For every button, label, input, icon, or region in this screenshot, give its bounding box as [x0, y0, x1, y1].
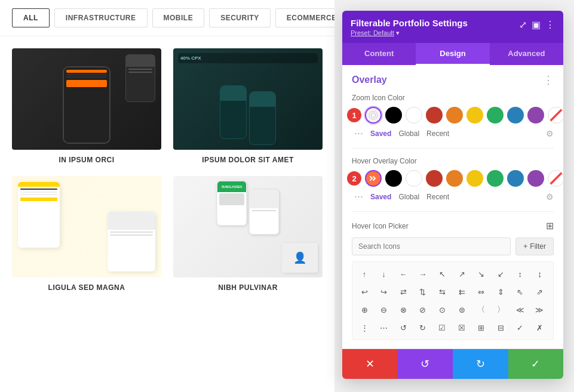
swatch-purple-zoom[interactable]	[527, 107, 544, 124]
swatch-blue-zoom[interactable]	[507, 107, 524, 124]
icon-return-r[interactable]: ↪	[376, 283, 392, 300]
icon-right[interactable]: →	[415, 266, 431, 282]
undo-icon: ↺	[420, 357, 429, 371]
swatch-red-zoom[interactable]	[426, 107, 443, 124]
icon-plus-box[interactable]: ⊞	[473, 319, 490, 336]
zoom-dots-icon[interactable]: ···	[354, 127, 363, 140]
filter-security[interactable]: SECURITY	[209, 8, 271, 27]
icon-picker-expand-icon[interactable]: ⊞	[546, 220, 554, 232]
hover-tab-recent[interactable]: Recent	[426, 193, 449, 201]
swatch-none-zoom[interactable]	[548, 107, 563, 124]
icon-angle-l[interactable]: 〈	[473, 301, 490, 318]
swatch-white-hover[interactable]	[406, 170, 422, 187]
filter-ecommerce[interactable]: ECOMMERCE	[275, 8, 334, 27]
swatch-none-hover[interactable]	[548, 170, 563, 187]
icon-return-l[interactable]: ↩	[356, 283, 373, 300]
icon-dot-circle[interactable]: ⊙	[434, 301, 450, 318]
swatch-white-zoom[interactable]	[406, 107, 422, 124]
icon-plus-circle[interactable]: ⊕	[356, 301, 373, 318]
hover-dots-icon[interactable]: ···	[354, 190, 363, 203]
icon-dbl-angle-l[interactable]: ≪	[512, 301, 529, 318]
icon-se[interactable]: ↘	[473, 266, 490, 282]
icon-x-box[interactable]: ☒	[453, 319, 470, 336]
redo-icon: ↻	[476, 357, 485, 371]
swatch-yellow-hover[interactable]	[466, 170, 483, 187]
icon-lr-double[interactable]: ⇔	[473, 283, 490, 300]
icon-nw[interactable]: ↖	[434, 266, 450, 282]
icon-check-box[interactable]: ☑	[434, 319, 450, 336]
icon-lr2[interactable]: ↨	[531, 266, 548, 282]
footer-close-button[interactable]: ✕	[342, 349, 398, 379]
hover-color-selected[interactable]	[365, 170, 382, 187]
filter-all[interactable]: ALL	[12, 8, 50, 27]
swatch-orange-hover[interactable]	[446, 170, 463, 187]
swatch-black-zoom[interactable]	[385, 107, 402, 124]
icon-swap[interactable]: ⇆	[434, 283, 450, 300]
zoom-tab-gear[interactable]: ⚙	[546, 129, 554, 138]
collapse-icon[interactable]: ▣	[532, 19, 541, 30]
icon-double-l[interactable]: ⇇	[453, 283, 470, 300]
swatch-blue-hover[interactable]	[507, 170, 524, 187]
swatch-yellow-zoom[interactable]	[466, 107, 483, 124]
portfolio-thumb-2[interactable]: 40% CPX	[173, 48, 323, 150]
swatch-green-hover[interactable]	[487, 170, 504, 187]
more-icon[interactable]: ⋮	[545, 19, 555, 30]
swatch-black-hover[interactable]	[385, 170, 402, 187]
filter-infrastructure[interactable]: INFRASTRUCTURE	[54, 8, 148, 27]
icon-down[interactable]: ↓	[376, 266, 392, 282]
icon-picker-header: Hover Icon Picker ⊞	[352, 220, 554, 232]
icon-slash-circle[interactable]: ⊘	[415, 301, 431, 318]
icon-angle-r[interactable]: 〉	[492, 301, 509, 318]
icon-ne2[interactable]: ⇗	[531, 283, 548, 300]
icon-left[interactable]: ←	[395, 266, 412, 282]
icon-vert-dots[interactable]: ⋮	[356, 319, 373, 336]
footer-confirm-button[interactable]: ✓	[508, 349, 564, 379]
swatch-red-hover[interactable]	[426, 170, 443, 187]
tab-content[interactable]: Content	[342, 43, 416, 65]
swatch-orange-zoom[interactable]	[446, 107, 463, 124]
icon-cw[interactable]: ↻	[415, 319, 431, 336]
icon-up[interactable]: ↑	[356, 266, 373, 282]
icon-dbl-angle-r[interactable]: ≫	[531, 301, 548, 318]
zoom-tab-saved[interactable]: Saved	[370, 129, 391, 138]
panel-tabs: Content Design Advanced	[342, 43, 563, 65]
icon-nw2[interactable]: ⇖	[512, 283, 529, 300]
panel-header: Filterable Portfolio Settings Preset: De…	[342, 11, 563, 43]
hover-tab-gear[interactable]: ⚙	[546, 192, 554, 202]
icon-ccw[interactable]: ↺	[395, 319, 412, 336]
panel-preset[interactable]: Preset: Default ▾	[351, 29, 468, 37]
icon-minus-box[interactable]: ⊟	[492, 319, 509, 336]
zoom-color-label: Zoom Icon Color	[352, 94, 554, 102]
portfolio-thumb-1[interactable]	[12, 48, 161, 150]
swatch-green-zoom[interactable]	[487, 107, 504, 124]
zoom-color-selected[interactable]	[365, 107, 382, 124]
icon-ne[interactable]: ↗	[453, 266, 470, 282]
icon-check[interactable]: ✓	[512, 319, 529, 336]
icon-lr-arrows[interactable]: ⇄	[395, 283, 412, 300]
icon-ud[interactable]: ↕	[512, 266, 529, 282]
tab-advanced[interactable]: Advanced	[490, 43, 563, 65]
icon-x-mark[interactable]: ✗	[531, 319, 548, 336]
portfolio-thumb-4[interactable]: SUNGLASSES 👤	[173, 176, 323, 277]
swatch-purple-hover[interactable]	[527, 170, 544, 187]
expand-icon[interactable]: ⤢	[519, 19, 527, 30]
tab-design[interactable]: Design	[416, 43, 489, 65]
icon-minus-circle[interactable]: ⊖	[376, 301, 392, 318]
zoom-tab-global[interactable]: Global	[398, 129, 419, 138]
hover-tab-global[interactable]: Global	[398, 193, 419, 201]
overlay-menu-icon[interactable]: ⋮	[543, 73, 554, 87]
icon-x-circle[interactable]: ⊗	[395, 301, 412, 318]
icon-search-input[interactable]	[352, 237, 511, 255]
icon-sw[interactable]: ↙	[492, 266, 509, 282]
filter-mobile[interactable]: MOBILE	[152, 8, 205, 27]
zoom-tab-recent[interactable]: Recent	[426, 129, 449, 138]
icon-ud-arrows[interactable]: ⇅	[415, 283, 431, 300]
portfolio-thumb-3[interactable]	[12, 176, 161, 277]
footer-redo-button[interactable]: ↻	[453, 349, 508, 379]
icon-ring[interactable]: ⊚	[453, 301, 470, 318]
icon-filter-button[interactable]: + Filter	[515, 237, 554, 255]
icon-ud-double[interactable]: ⇕	[492, 283, 509, 300]
hover-tab-saved[interactable]: Saved	[370, 193, 391, 201]
footer-undo-button[interactable]: ↺	[398, 349, 453, 379]
icon-horiz-dots[interactable]: ⋯	[376, 319, 392, 336]
